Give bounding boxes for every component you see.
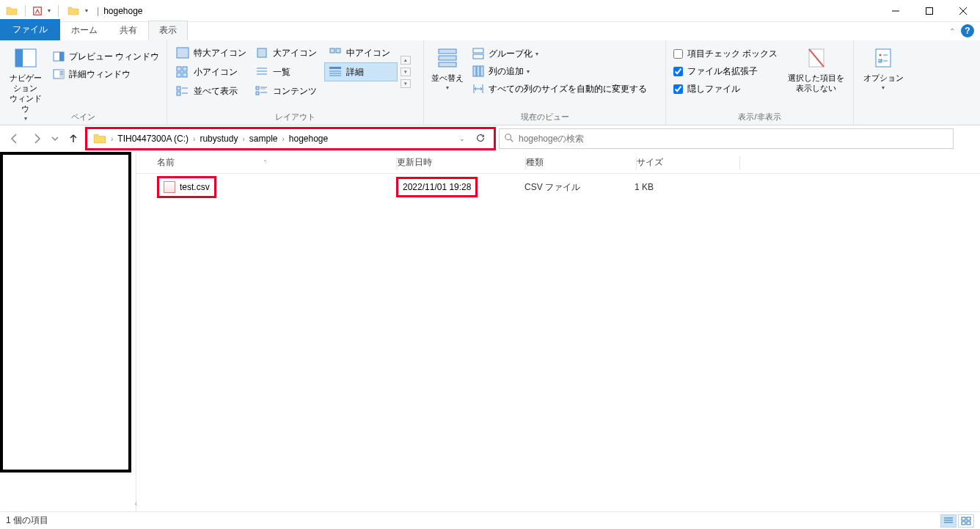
address-bar[interactable]: › TIH0447300A (C:) › rubystudy › sample … <box>87 128 494 149</box>
svg-rect-29 <box>256 92 259 95</box>
column-header-type[interactable]: 種類 <box>526 156 636 169</box>
chevron-right-icon[interactable]: › <box>109 135 114 143</box>
file-row[interactable]: test.csv 2022/11/01 19:28 CSV ファイル 1 KB <box>136 174 980 200</box>
hidden-files-toggle[interactable]: 隠しファイル <box>670 80 780 98</box>
window-title: hogehoge <box>103 6 142 16</box>
tab-share[interactable]: 共有 <box>109 21 148 40</box>
file-extensions-toggle[interactable]: ファイル名拡張子 <box>670 62 780 80</box>
add-columns-button[interactable]: 列の追加 ▾ <box>469 62 650 80</box>
qat-dropdown-icon[interactable]: ▾ <box>48 7 54 14</box>
preview-pane-icon <box>53 51 65 62</box>
refresh-button[interactable] <box>470 133 491 145</box>
chevron-right-icon[interactable]: › <box>241 135 246 143</box>
address-dropdown-icon[interactable]: ⌄ <box>454 135 470 142</box>
file-date: 2022/11/01 19:28 <box>403 182 471 192</box>
navigation-pane-icon <box>14 46 37 70</box>
recent-locations-button[interactable] <box>50 130 60 147</box>
hide-selected-icon <box>805 46 828 70</box>
collapse-ribbon-icon[interactable]: ⌃ <box>949 27 955 35</box>
search-input[interactable] <box>519 134 948 144</box>
checkbox-label: 項目チェック ボックス <box>687 48 778 60</box>
minimize-button[interactable] <box>879 0 913 22</box>
svg-rect-42 <box>473 66 476 76</box>
layout-scroll[interactable]: ▴ ▾ ▾ <box>399 43 412 101</box>
status-text: 1 個の項目 <box>6 514 48 527</box>
navigation-pane-button[interactable]: ナビゲーション ウィンドウ ▾ <box>4 43 47 108</box>
chevron-down-icon: ▾ <box>535 51 538 57</box>
scroll-more-icon[interactable]: ▾ <box>401 79 411 88</box>
group-label-current-view: 現在のビュー <box>428 110 661 123</box>
help-icon[interactable]: ? <box>961 24 974 37</box>
back-button[interactable] <box>6 130 23 147</box>
autosize-columns-button[interactable]: すべての列のサイズを自動的に変更する <box>469 80 650 98</box>
layout-extra-large[interactable]: 特大アイコン <box>172 43 251 62</box>
title-bar: ▾ ▾ | hogehoge <box>0 0 980 22</box>
maximize-button[interactable] <box>913 0 946 22</box>
qat-properties-icon[interactable] <box>32 5 43 17</box>
details-view-toggle[interactable] <box>940 514 957 528</box>
item-checkboxes-toggle[interactable]: 項目チェック ボックス <box>670 45 780 62</box>
search-box[interactable] <box>499 128 954 149</box>
svg-rect-2 <box>926 8 933 15</box>
sort-by-button[interactable]: 並べ替え ▾ <box>428 43 467 108</box>
preview-pane-button[interactable]: プレビュー ウィンドウ <box>50 48 162 65</box>
folder-icon <box>93 132 106 145</box>
hide-selected-button[interactable]: 選択した項目を 表示しない <box>785 43 847 108</box>
layout-label: 詳細 <box>346 66 364 79</box>
separator: | <box>97 6 99 16</box>
details-pane-button[interactable]: 詳細ウィンドウ <box>50 65 162 83</box>
navigation-bar: › TIH0447300A (C:) › rubystudy › sample … <box>0 125 980 152</box>
layout-small[interactable]: 小アイコン <box>172 62 251 81</box>
tab-file[interactable]: ファイル <box>0 19 60 40</box>
scroll-down-icon[interactable]: ▾ <box>401 68 411 76</box>
layout-label: 中アイコン <box>346 47 390 59</box>
column-separator[interactable] <box>739 156 740 169</box>
checkbox[interactable] <box>673 84 683 94</box>
scroll-up-icon[interactable]: ▴ <box>401 56 411 65</box>
svg-rect-6 <box>15 49 23 67</box>
svg-rect-62 <box>962 522 965 525</box>
layout-content[interactable]: コンテンツ <box>251 81 324 101</box>
breadcrumb-item[interactable]: sample <box>246 134 281 144</box>
svg-rect-60 <box>962 517 965 520</box>
svg-rect-0 <box>34 7 42 15</box>
qat-customize-icon[interactable]: ▾ <box>85 7 91 14</box>
layout-medium[interactable]: 中アイコン <box>324 43 398 62</box>
file-name: test.csv <box>180 182 210 192</box>
status-bar: 1 個の項目 <box>0 511 980 529</box>
svg-rect-15 <box>183 67 187 71</box>
breadcrumb-item[interactable]: TIH0447300A (C:) <box>114 134 191 144</box>
layout-tiles[interactable]: 並べて表示 <box>172 81 251 101</box>
column-label: サイズ <box>637 156 663 169</box>
layout-large[interactable]: 大アイコン <box>251 43 324 62</box>
chevron-right-icon[interactable]: › <box>191 135 197 143</box>
svg-rect-18 <box>177 87 180 90</box>
tab-view[interactable]: 表示 <box>148 21 188 40</box>
forward-button[interactable] <box>28 130 45 147</box>
autosize-icon <box>472 83 484 95</box>
up-button[interactable] <box>65 130 82 147</box>
layout-label: 小アイコン <box>194 66 238 79</box>
navigation-pane[interactable] <box>0 152 136 512</box>
column-header-date[interactable]: 更新日時 <box>397 156 525 169</box>
options-button[interactable]: オプション ▾ <box>860 43 907 108</box>
group-by-button[interactable]: グループ化 ▾ <box>469 45 650 62</box>
chevron-down-icon: ▾ <box>446 84 449 91</box>
group-label: グループ化 <box>489 48 533 60</box>
breadcrumb-item[interactable]: hogehoge <box>286 134 331 144</box>
thumbnails-view-toggle[interactable] <box>958 514 974 528</box>
layout-details[interactable]: 詳細 <box>324 62 398 81</box>
splitter[interactable] <box>131 152 136 512</box>
column-header-size[interactable]: サイズ <box>637 156 739 169</box>
breadcrumb-item[interactable]: rubystudy <box>197 134 241 144</box>
layout-label: 並べて表示 <box>194 85 238 98</box>
chevron-right-icon[interactable]: › <box>280 135 285 143</box>
checkbox[interactable] <box>673 49 683 59</box>
extra-large-icon <box>176 47 189 59</box>
layout-list[interactable]: 一覧 <box>251 62 324 81</box>
column-header-name[interactable]: 名前⌃ <box>157 156 396 169</box>
close-button[interactable] <box>946 0 980 22</box>
tab-home[interactable]: ホーム <box>60 21 109 40</box>
checkbox[interactable] <box>673 67 683 76</box>
svg-rect-38 <box>439 56 456 60</box>
